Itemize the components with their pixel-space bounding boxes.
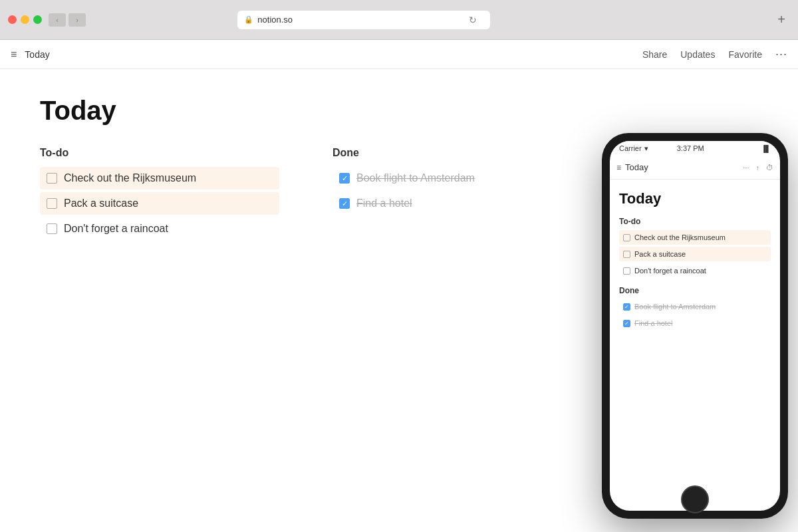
phone-page-title: Today [619, 190, 771, 207]
app-window: ≡ Today Share Updates Favorite ··· Today… [0, 40, 798, 532]
browser-chrome: ‹ › 🔒 notion.so ↻ + [0, 0, 798, 40]
phone-done-title: Done [619, 286, 771, 295]
phone-outer: Carrier ▾ 3:37 PM ▐▌ ≡ Today ··· ↑ ⏱ [602, 133, 788, 519]
phone-wifi-icon: ▾ [644, 144, 648, 153]
done-task-text-2: Find a hotel [356, 198, 412, 209]
minimize-button[interactable] [21, 15, 29, 24]
phone-done-item-2[interactable]: ✓ Find a hotel [619, 316, 771, 331]
phone-mockup: Carrier ▾ 3:37 PM ▐▌ ≡ Today ··· ↑ ⏱ [602, 133, 798, 532]
phone-task-1: Check out the Rijksmuseum [634, 233, 726, 241]
phone-content: Today To-do Check out the Rijksmuseum Pa… [610, 180, 780, 511]
task-text-2: Pack a suitcase [64, 198, 138, 209]
phone-task-2: Pack a suitcase [634, 250, 686, 258]
todo-section-title: To-do [40, 147, 279, 159]
todo-section: To-do Check out the Rijksmuseum Pack a s… [40, 147, 279, 243]
phone-done-item-1[interactable]: ✓ Book flight to Amsterdam [619, 299, 771, 314]
done-task-text-1: Book flight to Amsterdam [356, 172, 475, 184]
phone-checkbox-1[interactable] [623, 234, 630, 241]
back-button[interactable]: ‹ [49, 13, 66, 27]
checkbox-3[interactable] [47, 223, 57, 234]
checkbox-1[interactable] [47, 173, 57, 184]
todo-item-1[interactable]: Check out the Rijksmuseum [40, 167, 279, 190]
phone-battery-icon: ▐▌ [761, 145, 771, 152]
phone-todo-item-3[interactable]: Don't forget a raincoat [619, 263, 771, 278]
new-tab-button[interactable]: + [773, 11, 790, 29]
task-text-1: Check out the Rijksmuseum [64, 172, 196, 184]
phone-nav-actions: ··· ↑ ⏱ [743, 164, 773, 172]
done-section-title: Done [332, 147, 572, 159]
done-section: Done ✓ Book flight to Amsterdam ✓ Find a… [332, 147, 572, 243]
todo-item-2[interactable]: Pack a suitcase [40, 192, 279, 215]
phone-checkbox-2[interactable] [623, 251, 630, 258]
phone-done-task-2: Find a hotel [634, 319, 672, 327]
phone-share-icon[interactable]: ↑ [756, 164, 760, 172]
phone-home-button[interactable] [681, 485, 709, 513]
phone-done-task-1: Book flight to Amsterdam [634, 303, 716, 311]
phone-more-icon[interactable]: ··· [743, 164, 749, 172]
content-area: Today To-do Check out the Rijksmuseum Pa… [0, 69, 798, 532]
phone-status-bar: Carrier ▾ 3:37 PM ▐▌ [610, 141, 780, 156]
phone-todo-item-2[interactable]: Pack a suitcase [619, 247, 771, 261]
share-button[interactable]: Share [642, 49, 667, 60]
task-text-3: Don't forget a raincoat [64, 223, 168, 235]
favorite-button[interactable]: Favorite [728, 49, 762, 60]
menu-icon[interactable]: ≡ [11, 49, 17, 61]
phone-nav-title: Today [625, 162, 648, 172]
phone-menu-icon[interactable]: ≡ [616, 163, 621, 172]
forward-button[interactable]: › [68, 13, 86, 27]
refresh-button[interactable]: ↻ [469, 15, 477, 25]
phone-clock-icon[interactable]: ⏱ [766, 164, 773, 172]
page-title: Today [40, 96, 758, 126]
checkbox-done-1[interactable]: ✓ [339, 173, 350, 184]
lock-icon: 🔒 [244, 15, 253, 24]
nav-buttons: ‹ › [49, 13, 86, 27]
nav-title: Today [25, 49, 49, 60]
phone-checkbox-3[interactable] [623, 267, 630, 275]
phone-todo-item-1[interactable]: Check out the Rijksmuseum [619, 230, 771, 245]
phone-nav: ≡ Today ··· ↑ ⏱ [610, 156, 780, 180]
done-item-1[interactable]: ✓ Book flight to Amsterdam [332, 167, 572, 190]
phone-checkbox-done-1[interactable]: ✓ [623, 303, 630, 311]
url-text: notion.so [257, 15, 293, 25]
phone-task-3: Don't forget a raincoat [634, 267, 706, 275]
todo-item-3[interactable]: Don't forget a raincoat [40, 217, 279, 240]
checkbox-done-2[interactable]: ✓ [339, 198, 350, 209]
phone-carrier: Carrier [619, 144, 642, 152]
phone-checkbox-done-2[interactable]: ✓ [623, 320, 630, 327]
phone-screen: Carrier ▾ 3:37 PM ▐▌ ≡ Today ··· ↑ ⏱ [610, 141, 780, 511]
address-bar[interactable]: 🔒 notion.so ↻ [237, 11, 490, 29]
phone-time: 3:37 PM [677, 144, 704, 152]
traffic-lights [8, 15, 42, 24]
phone-todo-title: To-do [619, 217, 771, 226]
top-nav: ≡ Today Share Updates Favorite ··· [0, 40, 798, 69]
nav-right: Share Updates Favorite ··· [642, 47, 787, 61]
phone-section-gap: Done ✓ Book flight to Amsterdam ✓ Find a… [619, 286, 771, 331]
close-button[interactable] [8, 15, 17, 24]
fullscreen-button[interactable] [33, 15, 42, 24]
more-options-button[interactable]: ··· [775, 47, 787, 61]
checkbox-2[interactable] [47, 198, 57, 209]
done-item-2[interactable]: ✓ Find a hotel [332, 192, 572, 215]
updates-button[interactable]: Updates [680, 49, 715, 60]
